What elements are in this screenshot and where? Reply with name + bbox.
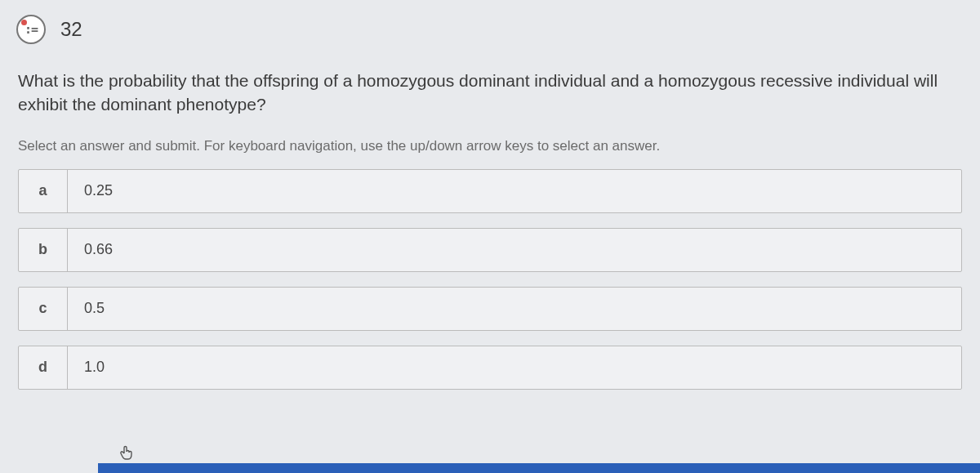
answer-option-b[interactable]: b 0.66: [18, 228, 962, 272]
question-header: := 32: [0, 0, 980, 52]
instruction-text: Select an answer and submit. For keyboar…: [18, 138, 962, 154]
question-text: What is the probability that the offspri…: [18, 69, 962, 117]
option-value: 0.5: [68, 288, 105, 330]
option-value: 1.0: [68, 346, 105, 389]
option-letter: c: [19, 288, 68, 330]
answer-option-d[interactable]: d 1.0: [18, 346, 962, 390]
question-content: What is the probability that the offspri…: [0, 52, 980, 406]
list-icon-glyph: :=: [24, 22, 38, 37]
answer-options: a 0.25 b 0.66 c 0.5 d 1.0: [18, 169, 962, 390]
progress-bar: [98, 463, 980, 473]
option-value: 0.66: [68, 229, 113, 271]
answer-option-c[interactable]: c 0.5: [18, 287, 962, 331]
question-list-icon[interactable]: :=: [16, 15, 46, 44]
question-number: 32: [60, 18, 82, 41]
option-value: 0.25: [68, 170, 113, 212]
option-letter: b: [19, 229, 68, 271]
option-letter: d: [19, 346, 68, 389]
option-letter: a: [19, 170, 68, 212]
answer-option-a[interactable]: a 0.25: [18, 169, 962, 213]
